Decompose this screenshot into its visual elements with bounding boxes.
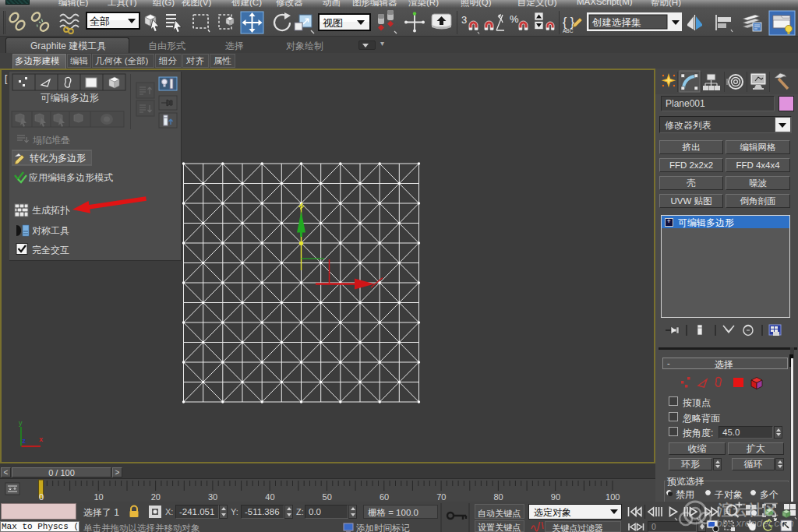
svg-text:完全交互: 完全交互 — [32, 245, 69, 255]
svg-text:60: 60 — [380, 492, 389, 502]
svg-text:3: 3 — [461, 14, 467, 26]
svg-text:视图: 视图 — [323, 17, 343, 29]
svg-text:70: 70 — [436, 492, 446, 502]
svg-text:100: 100 — [606, 492, 620, 502]
svg-text:90: 90 — [551, 492, 560, 502]
svg-text:50: 50 — [323, 492, 332, 502]
svg-text:全部: 全部 — [90, 16, 110, 27]
svg-text:10: 10 — [94, 492, 103, 502]
svg-text:应用编辑多边形模式: 应用编辑多边形模式 — [29, 172, 113, 183]
svg-text:40: 40 — [265, 492, 274, 502]
svg-text:生成拓扑: 生成拓扑 — [32, 205, 70, 216]
svg-text:创建选择集: 创建选择集 — [591, 17, 641, 28]
svg-text:80: 80 — [493, 492, 503, 502]
svg-text:y: y — [19, 419, 23, 427]
svg-text:0: 0 — [39, 492, 44, 502]
svg-text:塌陷堆叠: 塌陷堆叠 — [32, 135, 70, 146]
svg-text:x: x — [39, 435, 43, 443]
svg-text:可编辑多边形: 可编辑多边形 — [41, 93, 100, 104]
svg-text:转化为多边形: 转化为多边形 — [30, 153, 86, 164]
svg-text:对称工具: 对称工具 — [32, 225, 69, 236]
svg-text:ABC: ABC — [563, 28, 574, 33]
svg-text:30: 30 — [208, 492, 217, 502]
svg-text:20: 20 — [151, 492, 161, 502]
svg-text:z: z — [23, 437, 26, 445]
svg-text:%: % — [510, 13, 519, 25]
